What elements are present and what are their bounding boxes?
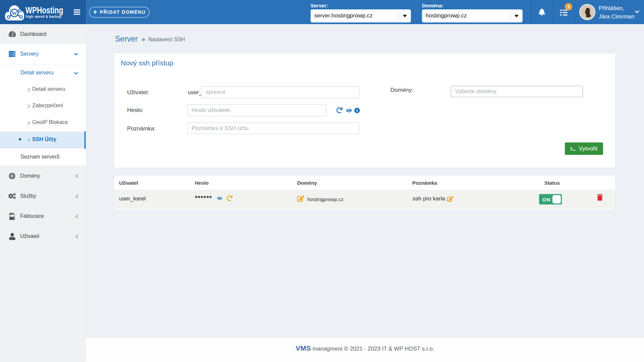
svg-text:W: W (11, 10, 17, 16)
